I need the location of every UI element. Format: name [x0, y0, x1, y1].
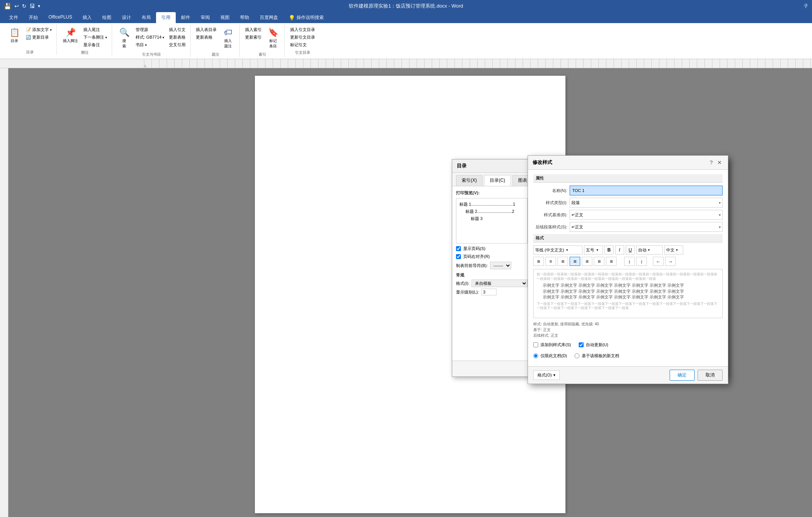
mark-entry-btn[interactable]: 🔖 标记条目	[265, 26, 281, 50]
bold-btn[interactable]: B	[604, 245, 614, 255]
update-table-btn[interactable]: 更新表格	[167, 34, 187, 41]
footnote-icon: 📌	[66, 28, 76, 37]
update-table2-label: 更新表格	[196, 34, 212, 40]
insert-table-of-fig-btn[interactable]: 插入表目录	[194, 26, 218, 33]
help-dialog-btn[interactable]: ?	[707, 159, 715, 166]
insert-index-btn[interactable]: 插入索引	[244, 26, 263, 33]
print-preview-label: 打印预览(V):	[456, 190, 528, 196]
redo-btn[interactable]: ↻	[22, 3, 27, 9]
indent-right-btn[interactable]: →	[665, 257, 676, 266]
tab-insert[interactable]: 插入	[77, 12, 97, 23]
format-dropdown-label: 格式(O)	[537, 372, 552, 378]
align-center-btn[interactable]: ≡	[545, 257, 556, 266]
add-to-gallery-label: 添加到样式库(S)	[540, 342, 571, 348]
cross-ref-btn[interactable]: 交叉引用	[167, 41, 187, 48]
save-btn[interactable]: 🖫	[30, 3, 35, 9]
only-this-doc-radio[interactable]	[533, 353, 538, 358]
insert-caption-btn[interactable]: 🏷 插入题注	[220, 26, 236, 50]
lang-value: 中文	[666, 247, 675, 253]
font-name-select[interactable]: 等线 (中文正文) ▾	[533, 245, 582, 255]
show-levels-input[interactable]	[481, 289, 497, 295]
style-type-select[interactable]: 段落 ▾	[570, 198, 723, 208]
style-base-row: 样式基准(B): ↵正文 ▾	[533, 210, 723, 220]
document-area: 目录 索引(X) 目录(C) 图表目录(F) 打印预览(V): 标题 1....…	[0, 68, 812, 517]
align-left-btn[interactable]: ≡	[533, 257, 544, 266]
tab-review[interactable]: 审阅	[195, 12, 215, 23]
preview-before-text: 前一段落前一段落前一段落前一段落前一段落前一段落前一段落前一段落前一段落前一段落…	[537, 272, 719, 281]
align-all-btn[interactable]: ≡	[606, 257, 617, 266]
align-justify-right-btn[interactable]: ≡	[594, 257, 604, 266]
insert-endnote-btn[interactable]: 插入尾注	[82, 26, 109, 33]
tab-help[interactable]: 帮助	[235, 12, 255, 23]
style-base-select[interactable]: ↵正文 ▾	[570, 210, 723, 220]
mark-entry-label: 标记条目	[269, 38, 277, 49]
color-select[interactable]: 自动 ▾	[636, 245, 663, 255]
line-spacing2-btn[interactable]: ↕	[636, 257, 647, 266]
tab-officeplus[interactable]: OfficePLUS	[43, 12, 77, 23]
modify-cancel-btn[interactable]: 取消	[698, 370, 723, 381]
line-spacing1-btn[interactable]: ↕	[624, 257, 635, 266]
update-toc-btn[interactable]: 🔄 更新目录	[24, 34, 53, 41]
search-btn[interactable]: 🔍 搜索	[116, 26, 133, 50]
tab-design[interactable]: 设计	[117, 12, 136, 23]
insert-table-of-fig-label: 插入表目录	[196, 27, 217, 33]
format-dropdown-btn[interactable]: 格式(O) ▾	[533, 370, 560, 380]
bibliography-btn[interactable]: 书目 ▾	[134, 41, 166, 48]
auto-update-checkbox[interactable]	[579, 342, 584, 347]
indent-left-btn[interactable]: ←	[653, 257, 664, 266]
insert-footnote-btn[interactable]: 📌 插入脚注	[61, 26, 80, 45]
align-justify-btn[interactable]: ≡	[570, 257, 580, 266]
more-btn[interactable]: ▾	[38, 3, 40, 9]
italic-btn[interactable]: I	[615, 245, 624, 255]
undo-btn[interactable]: ↩	[14, 3, 19, 9]
lang-select[interactable]: 中文 ▾	[664, 245, 683, 255]
update-citation-index-btn[interactable]: 更新引文目录	[289, 34, 317, 41]
tab-draw[interactable]: 绘图	[97, 12, 117, 23]
tab-references[interactable]: 引用	[156, 12, 176, 23]
tab-view[interactable]: 视图	[215, 12, 235, 23]
show-page-numbers-checkbox[interactable]	[456, 246, 461, 251]
style-desc: 样式: 自动更新, 使用前隐藏, 优先级: 40 基于: 正文 后续样式: 正文	[533, 321, 723, 338]
next-footnote-btn[interactable]: 下一条脚注 ▾	[82, 34, 109, 41]
tab-toc[interactable]: 目录(C)	[484, 175, 511, 186]
update-table2-btn[interactable]: 更新表格	[194, 34, 218, 41]
name-row: 名称(N):	[533, 186, 723, 195]
page-right-align-row: 页码右对齐(R)	[456, 254, 528, 259]
add-text-btn[interactable]: 📝 添加文字 ▾	[24, 26, 53, 33]
tab-search[interactable]: 💡操作说明搜索	[283, 12, 329, 23]
close-dialog-btn[interactable]: ✕	[716, 159, 723, 166]
underline-btn[interactable]: U	[626, 245, 635, 255]
font-size-select[interactable]: 五号 ▾	[584, 245, 603, 255]
modify-ok-btn[interactable]: 确定	[670, 370, 695, 381]
format-select[interactable]: 来自模板	[472, 280, 528, 287]
update-index-btn[interactable]: 更新索引	[244, 34, 263, 41]
tab-index[interactable]: 索引(X)	[456, 175, 483, 186]
add-to-gallery-checkbox[interactable]	[533, 342, 538, 347]
manage-source-btn[interactable]: 管理源	[134, 26, 166, 33]
next-style-select[interactable]: ↵正文 ▾	[570, 222, 723, 232]
insert-footnote-label: 插入脚注	[63, 38, 78, 44]
search-icon: 🔍	[119, 28, 130, 37]
align-right-btn[interactable]: ≡	[557, 257, 568, 266]
group-footnote: 📌 插入脚注 插入尾注 下一条脚注 ▾ 显示备注 脚注	[58, 25, 112, 55]
insert-citation-index-btn[interactable]: 插入引文目录	[289, 26, 317, 33]
tab-file[interactable]: 文件	[4, 12, 23, 23]
modify-cancel-label: 取消	[706, 372, 715, 378]
insert-toc-btn[interactable]: 📋 目录	[6, 26, 23, 45]
mark-citation-btn[interactable]: 标记引文	[289, 41, 317, 48]
name-input[interactable]	[570, 186, 723, 195]
page-right-align-checkbox[interactable]	[456, 254, 461, 259]
format-dropdown-arrow: ▾	[553, 373, 556, 378]
tab-home[interactable]: 开始	[23, 12, 43, 23]
style-arrow: ▾	[162, 36, 164, 39]
show-notes-btn[interactable]: 显示备注	[82, 41, 109, 48]
index-col: 插入索引 更新索引	[244, 26, 263, 41]
insert-citation-btn[interactable]: 插入引文	[167, 26, 187, 33]
style-btn[interactable]: 样式: GB7714 ▾	[134, 34, 166, 41]
tab-layout[interactable]: 布局	[136, 12, 156, 23]
align-justify-left-btn[interactable]: ≡	[582, 257, 592, 266]
new-template-radio[interactable]	[575, 353, 579, 358]
tab-leader-select[interactable]: -------	[490, 262, 511, 269]
tab-mail[interactable]: 邮件	[176, 12, 195, 23]
tab-baidu[interactable]: 百度网盘	[255, 12, 283, 23]
